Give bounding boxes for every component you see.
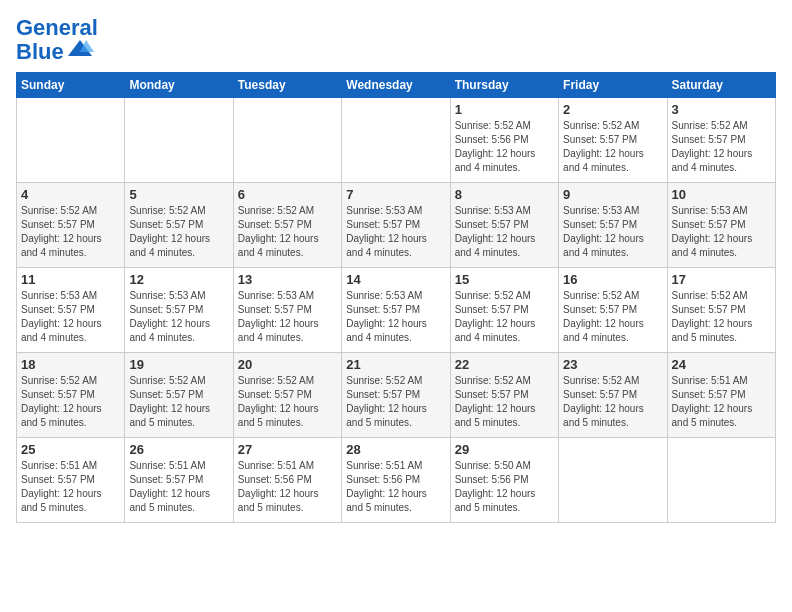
calendar-cell: 4Sunrise: 5:52 AM Sunset: 5:57 PM Daylig… bbox=[17, 183, 125, 268]
day-info: Sunrise: 5:52 AM Sunset: 5:57 PM Dayligh… bbox=[563, 119, 662, 175]
weekday-header-wednesday: Wednesday bbox=[342, 73, 450, 98]
calendar-cell: 29Sunrise: 5:50 AM Sunset: 5:56 PM Dayli… bbox=[450, 438, 558, 523]
day-number: 24 bbox=[672, 357, 771, 372]
day-info: Sunrise: 5:52 AM Sunset: 5:57 PM Dayligh… bbox=[672, 119, 771, 175]
day-info: Sunrise: 5:51 AM Sunset: 5:57 PM Dayligh… bbox=[21, 459, 120, 515]
day-number: 29 bbox=[455, 442, 554, 457]
calendar-cell: 10Sunrise: 5:53 AM Sunset: 5:57 PM Dayli… bbox=[667, 183, 775, 268]
day-info: Sunrise: 5:52 AM Sunset: 5:57 PM Dayligh… bbox=[129, 374, 228, 430]
day-number: 12 bbox=[129, 272, 228, 287]
day-info: Sunrise: 5:51 AM Sunset: 5:57 PM Dayligh… bbox=[672, 374, 771, 430]
day-info: Sunrise: 5:51 AM Sunset: 5:56 PM Dayligh… bbox=[346, 459, 445, 515]
day-number: 17 bbox=[672, 272, 771, 287]
day-info: Sunrise: 5:52 AM Sunset: 5:57 PM Dayligh… bbox=[21, 204, 120, 260]
calendar-cell: 3Sunrise: 5:52 AM Sunset: 5:57 PM Daylig… bbox=[667, 98, 775, 183]
calendar-cell: 13Sunrise: 5:53 AM Sunset: 5:57 PM Dayli… bbox=[233, 268, 341, 353]
day-number: 13 bbox=[238, 272, 337, 287]
logo-text-blue: Blue bbox=[16, 40, 98, 64]
weekday-header-friday: Friday bbox=[559, 73, 667, 98]
calendar-cell bbox=[17, 98, 125, 183]
calendar-cell: 22Sunrise: 5:52 AM Sunset: 5:57 PM Dayli… bbox=[450, 353, 558, 438]
calendar-cell bbox=[559, 438, 667, 523]
calendar-cell: 6Sunrise: 5:52 AM Sunset: 5:57 PM Daylig… bbox=[233, 183, 341, 268]
calendar-cell bbox=[342, 98, 450, 183]
day-number: 22 bbox=[455, 357, 554, 372]
day-number: 18 bbox=[21, 357, 120, 372]
day-info: Sunrise: 5:50 AM Sunset: 5:56 PM Dayligh… bbox=[455, 459, 554, 515]
day-info: Sunrise: 5:52 AM Sunset: 5:57 PM Dayligh… bbox=[455, 289, 554, 345]
day-info: Sunrise: 5:52 AM Sunset: 5:57 PM Dayligh… bbox=[238, 374, 337, 430]
day-info: Sunrise: 5:52 AM Sunset: 5:57 PM Dayligh… bbox=[21, 374, 120, 430]
calendar-cell: 16Sunrise: 5:52 AM Sunset: 5:57 PM Dayli… bbox=[559, 268, 667, 353]
day-info: Sunrise: 5:52 AM Sunset: 5:57 PM Dayligh… bbox=[672, 289, 771, 345]
day-number: 20 bbox=[238, 357, 337, 372]
day-number: 11 bbox=[21, 272, 120, 287]
logo: General Blue bbox=[16, 16, 98, 64]
calendar-cell: 17Sunrise: 5:52 AM Sunset: 5:57 PM Dayli… bbox=[667, 268, 775, 353]
day-number: 15 bbox=[455, 272, 554, 287]
calendar-cell: 7Sunrise: 5:53 AM Sunset: 5:57 PM Daylig… bbox=[342, 183, 450, 268]
day-number: 1 bbox=[455, 102, 554, 117]
day-number: 7 bbox=[346, 187, 445, 202]
calendar-cell: 24Sunrise: 5:51 AM Sunset: 5:57 PM Dayli… bbox=[667, 353, 775, 438]
day-number: 26 bbox=[129, 442, 228, 457]
calendar-cell: 28Sunrise: 5:51 AM Sunset: 5:56 PM Dayli… bbox=[342, 438, 450, 523]
day-info: Sunrise: 5:52 AM Sunset: 5:57 PM Dayligh… bbox=[129, 204, 228, 260]
weekday-header-monday: Monday bbox=[125, 73, 233, 98]
day-info: Sunrise: 5:52 AM Sunset: 5:57 PM Dayligh… bbox=[346, 374, 445, 430]
day-number: 25 bbox=[21, 442, 120, 457]
calendar-cell: 19Sunrise: 5:52 AM Sunset: 5:57 PM Dayli… bbox=[125, 353, 233, 438]
day-info: Sunrise: 5:52 AM Sunset: 5:57 PM Dayligh… bbox=[563, 374, 662, 430]
day-info: Sunrise: 5:53 AM Sunset: 5:57 PM Dayligh… bbox=[346, 204, 445, 260]
calendar-cell: 23Sunrise: 5:52 AM Sunset: 5:57 PM Dayli… bbox=[559, 353, 667, 438]
calendar-cell: 2Sunrise: 5:52 AM Sunset: 5:57 PM Daylig… bbox=[559, 98, 667, 183]
day-number: 23 bbox=[563, 357, 662, 372]
day-info: Sunrise: 5:53 AM Sunset: 5:57 PM Dayligh… bbox=[238, 289, 337, 345]
day-info: Sunrise: 5:53 AM Sunset: 5:57 PM Dayligh… bbox=[129, 289, 228, 345]
calendar-cell: 11Sunrise: 5:53 AM Sunset: 5:57 PM Dayli… bbox=[17, 268, 125, 353]
day-number: 28 bbox=[346, 442, 445, 457]
day-info: Sunrise: 5:51 AM Sunset: 5:56 PM Dayligh… bbox=[238, 459, 337, 515]
calendar-cell bbox=[667, 438, 775, 523]
calendar-table: SundayMondayTuesdayWednesdayThursdayFrid… bbox=[16, 72, 776, 523]
day-number: 19 bbox=[129, 357, 228, 372]
calendar-cell: 9Sunrise: 5:53 AM Sunset: 5:57 PM Daylig… bbox=[559, 183, 667, 268]
day-number: 5 bbox=[129, 187, 228, 202]
weekday-header-sunday: Sunday bbox=[17, 73, 125, 98]
weekday-header-thursday: Thursday bbox=[450, 73, 558, 98]
calendar-cell: 27Sunrise: 5:51 AM Sunset: 5:56 PM Dayli… bbox=[233, 438, 341, 523]
logo-icon bbox=[66, 36, 94, 64]
page-header: General Blue bbox=[16, 16, 776, 64]
calendar-cell: 5Sunrise: 5:52 AM Sunset: 5:57 PM Daylig… bbox=[125, 183, 233, 268]
day-info: Sunrise: 5:52 AM Sunset: 5:57 PM Dayligh… bbox=[455, 374, 554, 430]
day-number: 21 bbox=[346, 357, 445, 372]
day-number: 6 bbox=[238, 187, 337, 202]
day-number: 2 bbox=[563, 102, 662, 117]
day-number: 4 bbox=[21, 187, 120, 202]
calendar-cell bbox=[125, 98, 233, 183]
calendar-cell: 26Sunrise: 5:51 AM Sunset: 5:57 PM Dayli… bbox=[125, 438, 233, 523]
day-number: 14 bbox=[346, 272, 445, 287]
calendar-cell: 12Sunrise: 5:53 AM Sunset: 5:57 PM Dayli… bbox=[125, 268, 233, 353]
day-number: 9 bbox=[563, 187, 662, 202]
calendar-cell bbox=[233, 98, 341, 183]
day-number: 27 bbox=[238, 442, 337, 457]
calendar-cell: 1Sunrise: 5:52 AM Sunset: 5:56 PM Daylig… bbox=[450, 98, 558, 183]
calendar-cell: 20Sunrise: 5:52 AM Sunset: 5:57 PM Dayli… bbox=[233, 353, 341, 438]
calendar-cell: 8Sunrise: 5:53 AM Sunset: 5:57 PM Daylig… bbox=[450, 183, 558, 268]
weekday-header-tuesday: Tuesday bbox=[233, 73, 341, 98]
day-number: 16 bbox=[563, 272, 662, 287]
day-info: Sunrise: 5:52 AM Sunset: 5:57 PM Dayligh… bbox=[563, 289, 662, 345]
calendar-cell: 25Sunrise: 5:51 AM Sunset: 5:57 PM Dayli… bbox=[17, 438, 125, 523]
day-info: Sunrise: 5:51 AM Sunset: 5:57 PM Dayligh… bbox=[129, 459, 228, 515]
day-info: Sunrise: 5:53 AM Sunset: 5:57 PM Dayligh… bbox=[563, 204, 662, 260]
day-info: Sunrise: 5:53 AM Sunset: 5:57 PM Dayligh… bbox=[672, 204, 771, 260]
day-number: 3 bbox=[672, 102, 771, 117]
day-number: 10 bbox=[672, 187, 771, 202]
calendar-cell: 18Sunrise: 5:52 AM Sunset: 5:57 PM Dayli… bbox=[17, 353, 125, 438]
calendar-cell: 15Sunrise: 5:52 AM Sunset: 5:57 PM Dayli… bbox=[450, 268, 558, 353]
day-info: Sunrise: 5:53 AM Sunset: 5:57 PM Dayligh… bbox=[21, 289, 120, 345]
day-info: Sunrise: 5:53 AM Sunset: 5:57 PM Dayligh… bbox=[346, 289, 445, 345]
day-number: 8 bbox=[455, 187, 554, 202]
day-info: Sunrise: 5:52 AM Sunset: 5:57 PM Dayligh… bbox=[238, 204, 337, 260]
